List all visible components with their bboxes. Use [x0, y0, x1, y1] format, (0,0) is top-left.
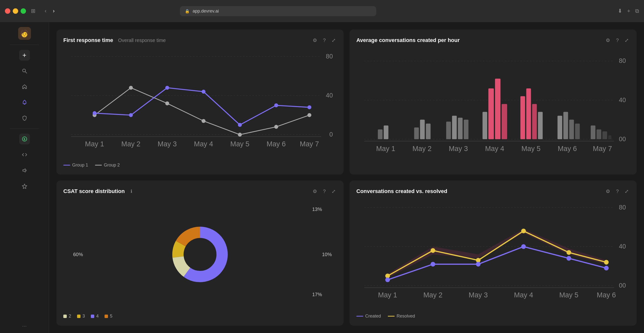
- filter-icon-4[interactable]: ⚙: [605, 187, 611, 195]
- csat-label-13: 13%: [312, 206, 322, 212]
- expand-icon-2[interactable]: ⤢: [624, 36, 630, 44]
- svg-text:80: 80: [326, 53, 333, 60]
- svg-text:40: 40: [326, 92, 333, 99]
- help-icon-3[interactable]: ?: [322, 188, 327, 195]
- new-tab-icon[interactable]: +: [627, 8, 630, 14]
- card-header-csat: CSAT score distribution ℹ ⚙ ? ⤢: [63, 187, 337, 195]
- svg-rect-49: [482, 112, 487, 139]
- svg-point-26: [92, 111, 96, 115]
- svg-text:May 5: May 5: [521, 145, 540, 153]
- sidebar-item-search[interactable]: [19, 66, 30, 76]
- maximize-button[interactable]: [20, 8, 26, 14]
- svg-point-28: [165, 86, 169, 90]
- avg-conversations-chart-area: 80 40 00: [356, 48, 630, 168]
- sidebar-item-code[interactable]: [19, 149, 30, 160]
- back-button[interactable]: ‹: [43, 7, 48, 15]
- svg-text:80: 80: [619, 57, 626, 64]
- svg-rect-42: [414, 127, 419, 139]
- svg-point-23: [238, 133, 242, 137]
- svg-rect-43: [420, 120, 424, 139]
- legend-label-group1: Group 1: [72, 163, 88, 168]
- sidebar-item-star[interactable]: [19, 181, 30, 192]
- first-response-chart: 80 40 0 May 1 May 2 May 3 May 4 May 5 Ma: [63, 48, 337, 159]
- svg-rect-50: [488, 88, 494, 139]
- svg-point-27: [129, 113, 133, 117]
- svg-point-29: [202, 90, 206, 94]
- help-icon-4[interactable]: ?: [615, 188, 620, 195]
- svg-rect-52: [502, 104, 507, 139]
- sidebar: 🧑 + $: [0, 22, 49, 333]
- card-header-avg: Average conversations created per hour ⚙…: [356, 36, 630, 44]
- csat-donut-chart: [163, 218, 237, 291]
- svg-point-95: [566, 250, 571, 255]
- conv-legend: Created Resolved: [356, 313, 630, 319]
- sidebar-item-notifications[interactable]: [19, 97, 30, 108]
- conv-chart: 80 40 00 May 1 May 2 May 3 May 4 May 5 M: [356, 199, 630, 310]
- svg-rect-58: [563, 112, 568, 139]
- svg-text:May 7: May 7: [593, 145, 612, 153]
- sidebar-item-currency[interactable]: $: [19, 134, 30, 144]
- csat-card: CSAT score distribution ℹ ⚙ ? ⤢ 13% 10% …: [56, 180, 344, 326]
- csat-label-3: 3: [82, 313, 85, 319]
- expand-icon-3[interactable]: ⤢: [330, 187, 337, 195]
- legend-label-resolved: Resolved: [396, 313, 415, 319]
- expand-icon[interactable]: ⤢: [330, 36, 337, 44]
- sidebar-toggle-icon[interactable]: ⊞: [31, 8, 35, 14]
- filter-icon-3[interactable]: ⚙: [312, 187, 318, 195]
- svg-text:May 2: May 2: [121, 140, 140, 148]
- main-content: First response time Overall response tim…: [49, 22, 644, 333]
- avg-conversations-title: Average conversations created per hour: [356, 37, 460, 44]
- expand-icon-4[interactable]: ⤢: [624, 187, 630, 195]
- svg-text:May 1: May 1: [85, 140, 104, 148]
- svg-text:May 6: May 6: [597, 291, 616, 299]
- legend-created: Created: [356, 313, 381, 319]
- sidebar-item-home[interactable]: [19, 81, 30, 92]
- svg-text:May 3: May 3: [449, 145, 468, 153]
- svg-point-94: [521, 229, 526, 233]
- svg-rect-53: [520, 96, 525, 139]
- address-bar[interactable]: 🔒 app.devrev.ai: [180, 6, 376, 16]
- copy-icon[interactable]: ⧉: [635, 8, 639, 14]
- forward-button[interactable]: ›: [51, 7, 56, 15]
- conv-actions: ⚙ ? ⤢: [605, 187, 630, 195]
- svg-rect-62: [597, 129, 601, 139]
- sidebar-item-shield[interactable]: [19, 113, 30, 124]
- svg-point-20: [129, 86, 133, 90]
- lock-icon: 🔒: [185, 9, 190, 14]
- sidebar-item-speaker[interactable]: [19, 165, 30, 176]
- svg-point-102: [604, 266, 609, 270]
- svg-rect-54: [526, 88, 531, 139]
- first-response-legend: Group 1 Group 2: [63, 163, 337, 168]
- svg-point-99: [476, 262, 480, 266]
- download-icon[interactable]: ⬇: [618, 8, 622, 14]
- svg-point-30: [238, 123, 242, 127]
- csat-label-4: 4: [96, 313, 99, 319]
- svg-rect-63: [602, 131, 607, 139]
- help-icon[interactable]: ?: [322, 37, 327, 44]
- url-text: app.devrev.ai: [193, 9, 219, 14]
- avatar[interactable]: 🧑: [18, 27, 31, 40]
- svg-rect-44: [426, 124, 430, 139]
- svg-line-1: [25, 72, 27, 73]
- svg-rect-56: [538, 112, 543, 139]
- first-response-actions: ⚙ ? ⤢: [312, 36, 337, 44]
- sidebar-divider-2: [10, 128, 39, 129]
- svg-rect-64: [608, 135, 611, 139]
- svg-rect-55: [532, 104, 537, 139]
- close-button[interactable]: [5, 8, 10, 14]
- sidebar-more[interactable]: ...: [22, 322, 26, 328]
- traffic-lights: [5, 8, 26, 14]
- filter-icon-2[interactable]: ⚙: [605, 36, 611, 44]
- sidebar-item-add[interactable]: +: [19, 50, 30, 61]
- svg-text:May 1: May 1: [378, 291, 397, 299]
- svg-rect-45: [446, 122, 451, 139]
- conversations-vs-resolved-card: Conversations created vs. resolved ⚙ ? ⤢…: [350, 180, 637, 326]
- legend-line-group2: [95, 165, 102, 166]
- help-icon-2[interactable]: ?: [615, 37, 620, 44]
- svg-text:May 1: May 1: [376, 145, 395, 153]
- svg-point-98: [430, 262, 435, 266]
- filter-icon[interactable]: ⚙: [312, 36, 318, 44]
- csat-color-3: [77, 314, 80, 318]
- card-header-first-response: First response time Overall response tim…: [63, 36, 337, 44]
- minimize-button[interactable]: [13, 8, 18, 14]
